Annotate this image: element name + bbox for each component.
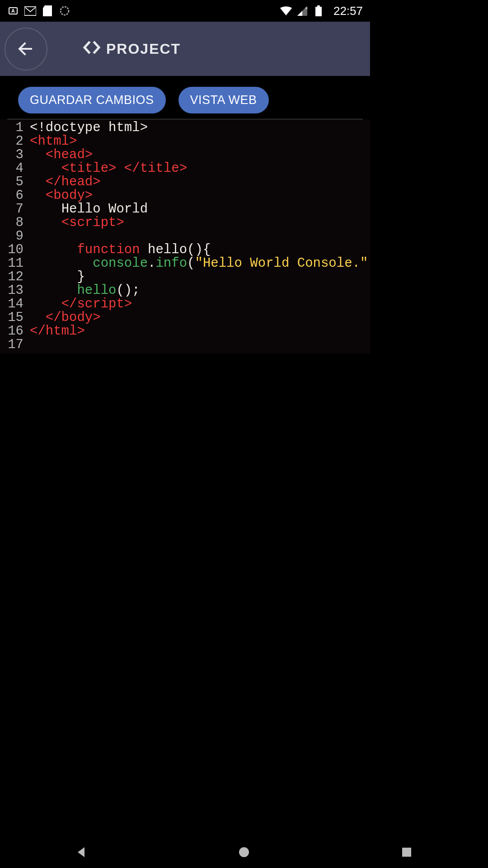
line-number: 13 (7, 284, 30, 297)
action-bar: GUARDAR CAMBIOS VISTA WEB (7, 76, 363, 119)
code-line: 11 console.info("Hello World Console.") (7, 257, 363, 270)
line-number: 7 (7, 203, 30, 216)
line-number: 9 (7, 230, 30, 243)
line-number: 4 (7, 162, 30, 175)
code-line: 10 function hello(){ (7, 243, 363, 257)
line-number: 16 (7, 325, 30, 338)
code-line: 6 <body> (7, 189, 363, 203)
code-line: 16</html> (7, 325, 363, 338)
code-text: <!doctype html> (30, 121, 148, 135)
code-line: 8 <script> (7, 216, 363, 230)
code-line: 14 </script> (7, 297, 363, 311)
webview-button[interactable]: VISTA WEB (178, 87, 269, 113)
line-number: 10 (7, 243, 30, 257)
svg-text:×: × (305, 6, 307, 11)
status-bar: A × 22:57 (0, 0, 370, 22)
code-line: 1<!doctype html> (7, 121, 363, 135)
code-line: 17 (7, 338, 363, 352)
svg-rect-5 (317, 5, 320, 7)
code-line: 12 } (7, 270, 363, 284)
line-number: 14 (7, 297, 30, 311)
code-line: 3 <head> (7, 148, 363, 162)
line-number: 3 (7, 148, 30, 162)
line-number: 2 (7, 135, 30, 148)
save-button[interactable]: GUARDAR CAMBIOS (18, 87, 166, 113)
line-number: 11 (7, 257, 30, 270)
code-line: 7 Hello World (7, 203, 363, 216)
back-button[interactable] (5, 28, 47, 71)
status-time: 22:57 (333, 4, 363, 18)
back-arrow-icon (17, 39, 36, 58)
status-right: × 22:57 (280, 4, 363, 18)
code-editor[interactable]: 1<!doctype html> 2<html> 3 <head> 4 <tit… (0, 119, 370, 354)
header-title-wrap: PROJECT (83, 40, 181, 58)
line-number: 15 (7, 311, 30, 325)
app-header: PROJECT (0, 22, 370, 76)
line-number: 8 (7, 216, 30, 230)
sd-card-icon (42, 5, 53, 17)
code-line: 4 <title> </title> (7, 162, 363, 175)
svg-text:A: A (11, 8, 15, 14)
line-number: 17 (7, 338, 30, 352)
code-bracket-icon (83, 40, 101, 58)
keyboard-icon: A (7, 5, 19, 17)
battery-icon (313, 5, 324, 17)
line-number: 6 (7, 189, 30, 203)
code-line: 2<html> (7, 135, 363, 148)
svg-rect-6 (315, 7, 322, 16)
line-number: 12 (7, 270, 30, 284)
status-left: A (7, 5, 70, 17)
gmail-icon (24, 5, 36, 17)
code-line: 13 hello(); (7, 284, 363, 297)
line-number: 1 (7, 121, 30, 135)
wifi-icon (280, 5, 292, 17)
code-line: 9 (7, 230, 363, 243)
svg-point-3 (61, 7, 69, 15)
code-line: 5 </head> (7, 175, 363, 189)
sync-icon (59, 5, 70, 17)
code-line: 15 </body> (7, 311, 363, 325)
page-title: PROJECT (106, 41, 181, 57)
line-number: 5 (7, 175, 30, 189)
cell-signal-icon: × (296, 5, 308, 17)
